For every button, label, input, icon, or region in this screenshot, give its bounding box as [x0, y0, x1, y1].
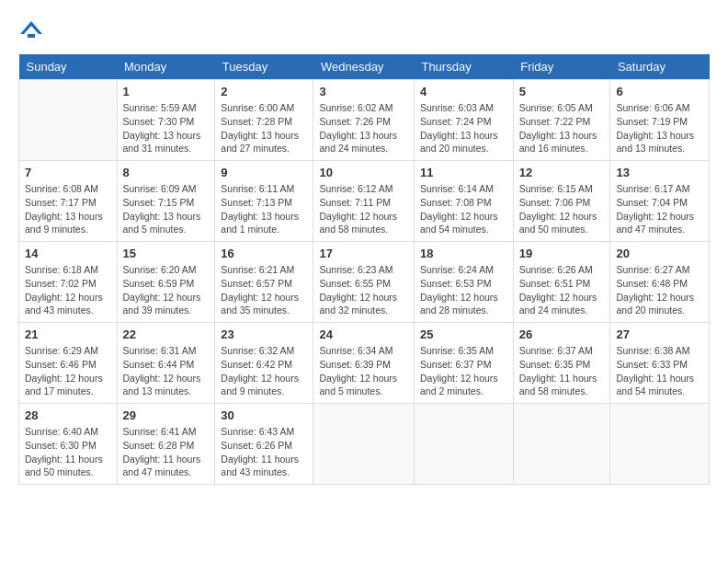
weekday-header-tuesday: Tuesday — [215, 54, 313, 80]
day-info: Sunrise: 6:23 AM Sunset: 6:55 PM Dayligh… — [319, 263, 408, 317]
day-info: Sunrise: 6:24 AM Sunset: 6:53 PM Dayligh… — [420, 263, 507, 317]
day-info: Sunrise: 6:18 AM Sunset: 7:02 PM Dayligh… — [25, 263, 111, 317]
svg-marker-0 — [20, 21, 42, 34]
day-info: Sunrise: 6:14 AM Sunset: 7:08 PM Dayligh… — [420, 182, 507, 236]
day-info: Sunrise: 6:35 AM Sunset: 6:37 PM Dayligh… — [420, 344, 507, 398]
day-info: Sunrise: 6:38 AM Sunset: 6:33 PM Dayligh… — [616, 344, 703, 398]
calendar-cell: 23Sunrise: 6:32 AM Sunset: 6:42 PM Dayli… — [215, 323, 313, 404]
calendar-cell: 16Sunrise: 6:21 AM Sunset: 6:57 PM Dayli… — [215, 242, 313, 323]
calendar-cell: 27Sunrise: 6:38 AM Sunset: 6:33 PM Dayli… — [610, 323, 710, 404]
day-number: 8 — [123, 166, 210, 179]
day-info: Sunrise: 6:29 AM Sunset: 6:46 PM Dayligh… — [25, 344, 111, 398]
calendar-cell: 18Sunrise: 6:24 AM Sunset: 6:53 PM Dayli… — [414, 242, 513, 323]
calendar-cell — [414, 404, 513, 485]
day-number: 10 — [319, 166, 408, 179]
calendar-cell: 26Sunrise: 6:37 AM Sunset: 6:35 PM Dayli… — [513, 323, 610, 404]
day-number: 27 — [616, 327, 703, 341]
day-info: Sunrise: 6:40 AM Sunset: 6:30 PM Dayligh… — [25, 425, 111, 479]
day-number: 25 — [420, 327, 507, 341]
day-number: 18 — [420, 247, 507, 260]
day-number: 7 — [25, 166, 111, 179]
calendar-cell: 12Sunrise: 6:15 AM Sunset: 7:06 PM Dayli… — [513, 161, 610, 242]
day-number: 24 — [319, 327, 408, 341]
calendar-cell: 14Sunrise: 6:18 AM Sunset: 7:02 PM Dayli… — [19, 242, 118, 323]
calendar-cell: 8Sunrise: 6:09 AM Sunset: 7:15 PM Daylig… — [117, 161, 215, 242]
day-number: 12 — [519, 166, 605, 179]
day-info: Sunrise: 6:26 AM Sunset: 6:51 PM Dayligh… — [519, 263, 605, 317]
day-info: Sunrise: 6:32 AM Sunset: 6:42 PM Dayligh… — [221, 344, 307, 398]
calendar-cell: 15Sunrise: 6:20 AM Sunset: 6:59 PM Dayli… — [117, 242, 215, 323]
day-number: 3 — [319, 85, 408, 98]
day-info: Sunrise: 6:09 AM Sunset: 7:15 PM Dayligh… — [123, 182, 210, 236]
day-info: Sunrise: 6:27 AM Sunset: 6:48 PM Dayligh… — [616, 263, 703, 317]
day-number: 23 — [221, 327, 307, 341]
calendar-cell: 3Sunrise: 6:02 AM Sunset: 7:26 PM Daylig… — [313, 80, 415, 161]
day-number: 4 — [420, 85, 507, 98]
day-info: Sunrise: 6:31 AM Sunset: 6:44 PM Dayligh… — [123, 344, 210, 398]
day-number: 13 — [616, 166, 703, 179]
calendar-cell: 20Sunrise: 6:27 AM Sunset: 6:48 PM Dayli… — [610, 242, 710, 323]
day-info: Sunrise: 5:59 AM Sunset: 7:30 PM Dayligh… — [123, 101, 210, 155]
day-info: Sunrise: 6:11 AM Sunset: 7:13 PM Dayligh… — [221, 182, 307, 236]
calendar-cell: 28Sunrise: 6:40 AM Sunset: 6:30 PM Dayli… — [19, 404, 118, 485]
page-header — [18, 18, 710, 45]
day-info: Sunrise: 6:20 AM Sunset: 6:59 PM Dayligh… — [123, 263, 210, 317]
day-info: Sunrise: 6:00 AM Sunset: 7:28 PM Dayligh… — [221, 101, 307, 155]
day-number: 28 — [25, 408, 111, 422]
calendar-cell: 1Sunrise: 5:59 AM Sunset: 7:30 PM Daylig… — [117, 80, 215, 161]
calendar-cell: 13Sunrise: 6:17 AM Sunset: 7:04 PM Dayli… — [610, 161, 710, 242]
calendar-cell: 11Sunrise: 6:14 AM Sunset: 7:08 PM Dayli… — [414, 161, 513, 242]
calendar-cell: 5Sunrise: 6:05 AM Sunset: 7:22 PM Daylig… — [513, 80, 610, 161]
day-number: 22 — [123, 327, 210, 341]
day-number: 15 — [123, 247, 210, 260]
calendar-cell: 19Sunrise: 6:26 AM Sunset: 6:51 PM Dayli… — [513, 242, 610, 323]
day-number: 6 — [616, 85, 703, 98]
calendar-cell — [313, 404, 415, 485]
day-number: 14 — [25, 247, 111, 260]
day-info: Sunrise: 6:17 AM Sunset: 7:04 PM Dayligh… — [616, 182, 703, 236]
calendar-table: SundayMondayTuesdayWednesdayThursdayFrid… — [18, 54, 710, 485]
day-info: Sunrise: 6:06 AM Sunset: 7:19 PM Dayligh… — [616, 101, 703, 155]
day-info: Sunrise: 6:03 AM Sunset: 7:24 PM Dayligh… — [420, 101, 507, 155]
calendar-cell — [19, 80, 118, 161]
day-number: 29 — [123, 408, 210, 422]
calendar-cell: 21Sunrise: 6:29 AM Sunset: 6:46 PM Dayli… — [19, 323, 118, 404]
weekday-header-sunday: Sunday — [19, 54, 118, 80]
calendar-cell — [513, 404, 610, 485]
calendar-cell: 10Sunrise: 6:12 AM Sunset: 7:11 PM Dayli… — [313, 161, 415, 242]
calendar-cell: 2Sunrise: 6:00 AM Sunset: 7:28 PM Daylig… — [215, 80, 313, 161]
day-number: 26 — [519, 327, 605, 341]
day-info: Sunrise: 6:02 AM Sunset: 7:26 PM Dayligh… — [319, 101, 408, 155]
calendar-cell: 24Sunrise: 6:34 AM Sunset: 6:39 PM Dayli… — [313, 323, 415, 404]
weekday-header-thursday: Thursday — [414, 54, 513, 80]
day-number: 16 — [221, 247, 307, 260]
day-number: 11 — [420, 166, 507, 179]
calendar-cell: 22Sunrise: 6:31 AM Sunset: 6:44 PM Dayli… — [117, 323, 215, 404]
calendar-cell — [610, 404, 710, 485]
svg-rect-1 — [28, 34, 35, 38]
day-number: 17 — [319, 247, 408, 260]
day-info: Sunrise: 6:43 AM Sunset: 6:26 PM Dayligh… — [221, 425, 307, 479]
day-info: Sunrise: 6:37 AM Sunset: 6:35 PM Dayligh… — [519, 344, 605, 398]
day-info: Sunrise: 6:41 AM Sunset: 6:28 PM Dayligh… — [123, 425, 210, 479]
calendar-cell: 7Sunrise: 6:08 AM Sunset: 7:17 PM Daylig… — [19, 161, 118, 242]
day-info: Sunrise: 6:05 AM Sunset: 7:22 PM Dayligh… — [519, 101, 605, 155]
logo — [18, 18, 42, 45]
weekday-header-wednesday: Wednesday — [313, 54, 415, 80]
weekday-header-friday: Friday — [513, 54, 610, 80]
calendar-cell: 4Sunrise: 6:03 AM Sunset: 7:24 PM Daylig… — [414, 80, 513, 161]
day-number: 30 — [221, 408, 307, 422]
day-number: 19 — [519, 247, 605, 260]
day-number: 5 — [519, 85, 605, 98]
weekday-header-monday: Monday — [117, 54, 215, 80]
day-info: Sunrise: 6:15 AM Sunset: 7:06 PM Dayligh… — [519, 182, 605, 236]
calendar-cell: 17Sunrise: 6:23 AM Sunset: 6:55 PM Dayli… — [313, 242, 415, 323]
logo-icon — [20, 18, 42, 40]
day-number: 9 — [221, 166, 307, 179]
calendar-cell: 30Sunrise: 6:43 AM Sunset: 6:26 PM Dayli… — [215, 404, 313, 485]
day-info: Sunrise: 6:21 AM Sunset: 6:57 PM Dayligh… — [221, 263, 307, 317]
day-info: Sunrise: 6:34 AM Sunset: 6:39 PM Dayligh… — [319, 344, 408, 398]
calendar-cell: 9Sunrise: 6:11 AM Sunset: 7:13 PM Daylig… — [215, 161, 313, 242]
calendar-cell: 6Sunrise: 6:06 AM Sunset: 7:19 PM Daylig… — [610, 80, 710, 161]
calendar-cell: 29Sunrise: 6:41 AM Sunset: 6:28 PM Dayli… — [117, 404, 215, 485]
